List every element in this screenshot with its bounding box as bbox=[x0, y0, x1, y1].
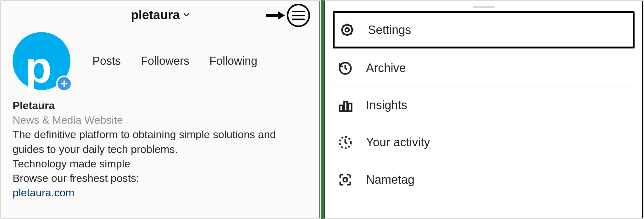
menu-item-your-activity[interactable]: Your activity bbox=[334, 124, 633, 161]
svg-rect-9 bbox=[343, 178, 347, 182]
menu-label: Settings bbox=[368, 23, 411, 37]
svg-rect-5 bbox=[340, 105, 343, 111]
bio-line-1: The definitive platform to obtaining sim… bbox=[13, 127, 308, 156]
stat-following[interactable]: Following bbox=[209, 54, 257, 68]
profile-summary-row: p Posts Followers Following bbox=[1, 28, 319, 93]
stat-followers[interactable]: Followers bbox=[141, 54, 189, 68]
profile-stats: Posts Followers Following bbox=[92, 54, 257, 68]
bio-line-2: Technology made simple bbox=[13, 156, 308, 171]
plus-icon bbox=[60, 80, 68, 88]
menu-item-archive[interactable]: Archive bbox=[334, 50, 633, 87]
svg-rect-7 bbox=[348, 104, 352, 111]
menu-label: Insights bbox=[366, 98, 407, 112]
options-menu: Settings Archive Insights Your activity bbox=[325, 11, 642, 198]
arrow-right-icon bbox=[265, 11, 285, 20]
archive-icon bbox=[337, 60, 353, 76]
menu-button[interactable] bbox=[287, 4, 310, 27]
account-category: News & Media Website bbox=[13, 113, 308, 127]
menu-label: Nametag bbox=[366, 173, 414, 187]
insights-icon bbox=[337, 97, 353, 114]
svg-marker-1 bbox=[278, 11, 285, 20]
username-label: pletaura bbox=[131, 8, 180, 22]
profile-header: pletaura bbox=[1, 1, 319, 28]
menu-label: Archive bbox=[366, 61, 406, 75]
menu-item-nametag[interactable]: Nametag bbox=[334, 161, 633, 198]
screenshot-divider bbox=[321, 0, 325, 219]
profile-screen: pletaura p bbox=[1, 1, 320, 218]
profile-bio: Pletaura News & Media Website The defini… bbox=[1, 93, 319, 200]
activity-icon bbox=[337, 134, 353, 151]
add-story-badge[interactable] bbox=[56, 76, 72, 92]
menu-button-callout bbox=[265, 4, 310, 27]
hamburger-icon bbox=[292, 11, 305, 20]
bio-line-3: Browse our freshest posts: bbox=[13, 171, 308, 185]
stat-posts[interactable]: Posts bbox=[92, 54, 121, 68]
chevron-down-icon bbox=[183, 11, 190, 18]
gear-icon bbox=[339, 22, 355, 38]
avatar-letter: p bbox=[25, 45, 52, 89]
svg-rect-6 bbox=[344, 102, 347, 111]
options-sheet: Settings Archive Insights Your activity bbox=[325, 1, 643, 218]
username-switcher[interactable]: pletaura bbox=[131, 8, 190, 22]
nametag-icon bbox=[337, 171, 353, 188]
menu-item-insights[interactable]: Insights bbox=[334, 87, 633, 124]
svg-point-2 bbox=[342, 25, 352, 35]
avatar-container[interactable]: p bbox=[13, 32, 70, 90]
menu-item-settings[interactable]: Settings bbox=[333, 11, 635, 48]
display-name: Pletaura bbox=[13, 98, 308, 113]
menu-label: Your activity bbox=[366, 136, 430, 149]
bio-link[interactable]: pletaura.com bbox=[13, 185, 308, 200]
svg-point-3 bbox=[345, 28, 349, 32]
sheet-handle[interactable] bbox=[473, 6, 495, 8]
